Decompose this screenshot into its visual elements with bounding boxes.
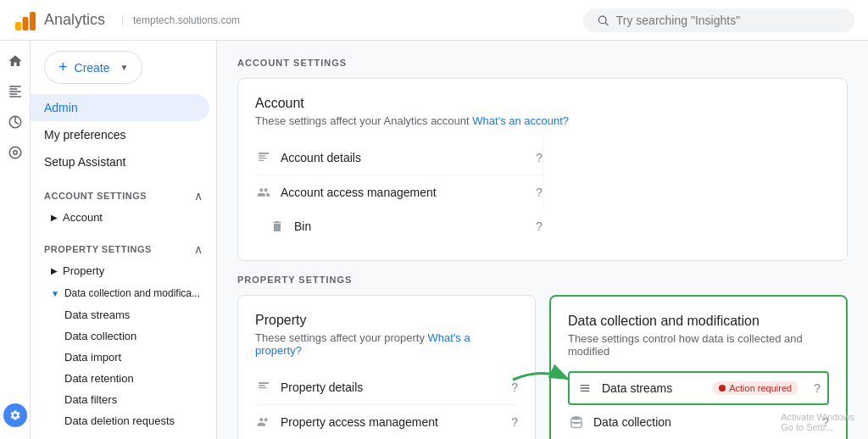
dc-collection-icon (568, 414, 585, 431)
svg-rect-0 (15, 22, 21, 31)
svg-line-4 (605, 22, 608, 25)
account-access-row[interactable]: Account access management ? (255, 175, 542, 209)
property-details-icon (255, 379, 272, 396)
property-section-title: Property settings (44, 244, 152, 254)
data-collection-title: Data collection and modification (568, 314, 829, 329)
svg-rect-9 (259, 155, 265, 156)
svg-rect-13 (259, 385, 265, 386)
svg-rect-8 (259, 153, 269, 154)
account-rows: Account details ? Account access managem… (255, 141, 830, 243)
sidebar: + Create ▼ Admin My preferences Setup As… (31, 41, 217, 439)
chevron-down-icon: ▼ (120, 63, 129, 72)
account-details-help-icon[interactable]: ? (536, 151, 542, 164)
svg-rect-14 (259, 387, 267, 388)
nav-home[interactable] (2, 47, 29, 75)
svg-rect-11 (259, 160, 264, 161)
svg-rect-12 (259, 382, 269, 384)
nav-advertising[interactable] (2, 139, 29, 166)
bin-help-icon[interactable]: ? (536, 220, 542, 233)
account-access-help-icon[interactable]: ? (536, 186, 542, 199)
create-button[interactable]: + Create ▼ (44, 51, 142, 84)
svg-point-3 (598, 16, 606, 24)
app-title: Analytics (44, 11, 105, 29)
account-access-label: Account access management (281, 186, 527, 199)
account-col-divider (542, 141, 830, 209)
account-card-title: Account (255, 96, 830, 111)
property-access-help[interactable]: ? (511, 415, 518, 429)
account-section-toggle[interactable]: ∧ (194, 189, 203, 203)
property-section-toggle[interactable]: ∧ (194, 242, 203, 256)
sidebar-leaf-data-streams[interactable]: Data streams (31, 304, 216, 325)
data-collection-card: Data collection and modification These s… (549, 295, 848, 439)
property-access-row[interactable]: Property access management ? (255, 405, 518, 439)
property-access-label: Property access management (281, 415, 503, 429)
search-icon (597, 14, 609, 27)
dc-data-collection-row[interactable]: Data collection ? (568, 405, 829, 439)
account-col-left: Account details ? Account access managem… (255, 141, 542, 209)
data-streams-help[interactable]: ? (814, 381, 821, 395)
action-required-badge: Action required (712, 381, 798, 395)
svg-point-7 (13, 151, 17, 155)
sidebar-item-admin[interactable]: Admin (31, 94, 209, 121)
data-streams-label: Data streams (602, 381, 704, 395)
property-section-grid: Property These settings affect your prop… (237, 295, 848, 439)
svg-rect-2 (30, 12, 36, 31)
dc-collection-help[interactable]: ? (822, 415, 829, 429)
account-settings-section: Account settings ∧ (31, 182, 216, 206)
sidebar-item-account[interactable]: ▶ Account (31, 206, 216, 229)
property-access-icon (255, 414, 272, 431)
analytics-logo-icon (14, 8, 37, 32)
bin-icon (269, 218, 286, 235)
property-details-row[interactable]: Property details ? (255, 370, 518, 405)
property-card-subtitle: These settings affect your property What… (255, 331, 518, 357)
topbar: Analytics temptech.solutions.com (0, 0, 868, 41)
data-collection-subtitle: These settings control how data is colle… (568, 332, 829, 358)
sidebar-leaf-data-filters[interactable]: Data filters (31, 389, 216, 410)
account-card: Account These settings affect your Analy… (237, 78, 848, 261)
account-details-row[interactable]: Account details ? (255, 141, 542, 175)
whats-account-link[interactable]: What's an account? (472, 114, 569, 127)
nav-explore[interactable] (2, 108, 29, 136)
bin-row[interactable]: Bin ? (269, 209, 542, 243)
account-access-icon (255, 184, 272, 201)
sidebar-leaf-data-import[interactable]: Data import (31, 347, 216, 368)
svg-point-6 (9, 147, 21, 158)
account-details-label: Account details (281, 151, 527, 164)
sidebar-leaf-data-deletion[interactable]: Data deletion requests (31, 410, 216, 431)
account-col-right: Bin ? (255, 209, 542, 243)
data-streams-row[interactable]: Data streams Action required ? (568, 371, 829, 405)
sidebar-leaf-data-collection[interactable]: Data collection (31, 325, 216, 347)
property-section-label: PROPERTY SETTINGS (237, 275, 848, 285)
sidebar-item-data-collection[interactable]: ▼ Data collection and modifica... (31, 282, 216, 304)
property-arrow-icon: ▶ (51, 266, 58, 275)
nav-rail (0, 41, 31, 439)
account-section-label: ACCOUNT SETTINGS (237, 58, 848, 68)
account-section-title: Account settings (44, 191, 147, 201)
gear-button[interactable] (3, 403, 27, 427)
svg-rect-1 (23, 17, 29, 31)
sidebar-item-setup[interactable]: Setup Assistant (31, 148, 209, 175)
property-card: Property These settings affect your prop… (237, 295, 536, 439)
create-label: Create (75, 61, 110, 75)
account-card-subtitle: These settings affect your Analytics acc… (255, 114, 830, 127)
account-details-icon (255, 149, 272, 166)
property-settings-section: Property settings ∧ (31, 236, 216, 259)
property-details-help[interactable]: ? (511, 381, 518, 394)
main-content: ACCOUNT SETTINGS Account These settings … (217, 41, 868, 439)
nav-admin-gear[interactable] (2, 402, 29, 429)
logo-container: Analytics (14, 8, 105, 32)
svg-rect-10 (259, 158, 267, 158)
dc-collection-label: Data collection (593, 415, 814, 429)
data-collection-arrow-icon: ▼ (51, 289, 59, 298)
property-card-title: Property (255, 313, 518, 328)
account-name: temptech.solutions.com (122, 14, 240, 26)
sidebar-item-preferences[interactable]: My preferences (31, 121, 209, 148)
sidebar-item-property[interactable]: ▶ Property (31, 259, 216, 282)
search-bar[interactable] (583, 8, 854, 32)
account-arrow-icon: ▶ (51, 213, 58, 222)
sidebar-leaf-data-retention[interactable]: Data retention (31, 368, 216, 389)
search-input[interactable] (616, 14, 841, 27)
bin-label: Bin (294, 220, 527, 233)
nav-reports[interactable] (2, 78, 29, 105)
svg-point-16 (571, 416, 581, 420)
